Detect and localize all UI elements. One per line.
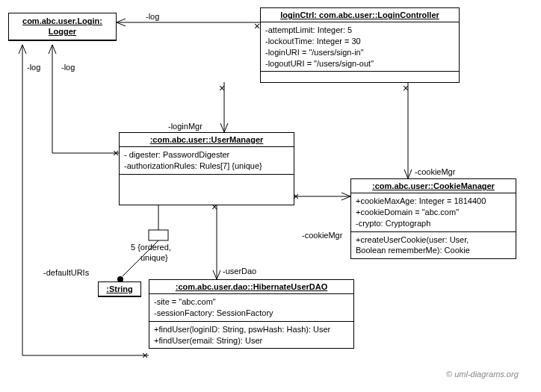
label-unique: unique} bbox=[140, 253, 168, 262]
loginctrl-a2: -lockoutTime: Integer = 30 bbox=[265, 36, 454, 47]
loginctrl-a3: -loginURI = "/users/sign-in" bbox=[265, 47, 454, 58]
class-string: :String bbox=[98, 281, 141, 297]
svg-text:×: × bbox=[113, 147, 119, 159]
class-user-manager: :com.abc.user::UserManager - digester: P… bbox=[119, 132, 294, 205]
usermgr-title: :com.abc.user::UserManager bbox=[120, 133, 294, 147]
dao-title: :com.abc.user.dao::HibernateUserDAO bbox=[149, 280, 353, 294]
svg-text:×: × bbox=[403, 82, 409, 94]
loginctrl-ops bbox=[261, 72, 459, 82]
usermgr-attrs: - digester: PasswordDigester -authorizat… bbox=[120, 147, 294, 175]
label-cookie-mgr-1: -cookieMgr bbox=[415, 167, 455, 176]
logger-title: com.abc.user.Login: Logger bbox=[9, 13, 116, 40]
label-ordered: 5 {ordered, bbox=[131, 243, 171, 252]
usermgr-a1: - digester: PasswordDigester bbox=[124, 149, 289, 161]
svg-text:×: × bbox=[219, 82, 225, 94]
label-user-dao: -userDao bbox=[223, 267, 256, 276]
cookiemgr-a1: +cookieMaxAge: Integer = 1814400 bbox=[356, 196, 511, 207]
label-log-2: -log bbox=[61, 63, 75, 72]
cookiemgr-a3: -crypto: Cryptograph bbox=[356, 218, 511, 229]
class-logger: com.abc.user.Login: Logger bbox=[8, 13, 117, 41]
cookiemgr-title: :com.abc.user::CookieManager bbox=[351, 179, 516, 193]
loginctrl-a4: -logoutURI = "/users/sign-out" bbox=[265, 58, 454, 69]
dao-op1: +findUser(loginID: String, pswHash: Hash… bbox=[154, 324, 349, 335]
label-log-1: -log bbox=[146, 12, 159, 21]
label-log-3: -log bbox=[27, 63, 40, 72]
cookiemgr-ops: +createUserCookie(user: User, Boolean re… bbox=[351, 232, 516, 259]
loginctrl-title: loginCtrl: com.abc.user::LoginController bbox=[261, 8, 459, 22]
class-cookie-manager: :com.abc.user::CookieManager +cookieMaxA… bbox=[350, 178, 516, 259]
dao-a1: -site = "abc.com" bbox=[154, 296, 349, 308]
watermark: © uml-diagrams.org bbox=[446, 370, 519, 379]
loginctrl-attrs: -attemptLimit: Integer: 5 -lockoutTime: … bbox=[261, 22, 459, 72]
dao-a2: -sessionFactory: SessionFactory bbox=[154, 308, 349, 319]
cookiemgr-op1b: Boolean rememberMe): Cookie bbox=[356, 245, 511, 256]
loginctrl-a1: -attemptLimit: Integer: 5 bbox=[265, 25, 454, 36]
dao-ops: +findUser(loginID: String, pswHash: Hash… bbox=[149, 322, 353, 349]
cookiemgr-a2: +cookieDomain = "abc.com" bbox=[356, 207, 511, 218]
usermgr-ops bbox=[120, 175, 294, 205]
dao-op2: +findUser(email: String): User bbox=[154, 335, 349, 346]
label-cookie-mgr-2: -cookieMgr bbox=[302, 231, 342, 240]
label-default-uris: -defaultURIs bbox=[43, 268, 89, 277]
svg-rect-12 bbox=[149, 230, 168, 240]
svg-text:×: × bbox=[142, 349, 148, 361]
cookiemgr-op1a: +createUserCookie(user: User, bbox=[356, 234, 511, 246]
string-title: :String bbox=[99, 282, 140, 296]
usermgr-a2: -authorizationRules: Rules[7] {unique} bbox=[124, 161, 289, 172]
class-login-controller: loginCtrl: com.abc.user::LoginController… bbox=[260, 7, 460, 83]
label-login-mgr: -loginMgr bbox=[168, 122, 203, 131]
svg-text:×: × bbox=[254, 20, 260, 32]
cookiemgr-attrs: +cookieMaxAge: Integer = 1814400 +cookie… bbox=[351, 193, 516, 232]
dao-attrs: -site = "abc.com" -sessionFactory: Sessi… bbox=[149, 294, 353, 322]
class-hibernate-dao: :com.abc.user.dao::HibernateUserDAO -sit… bbox=[149, 279, 354, 349]
